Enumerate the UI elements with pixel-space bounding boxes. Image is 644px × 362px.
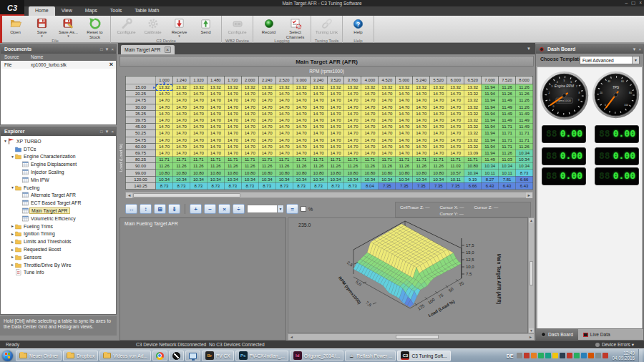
afr-cell[interactable]: 14.70 (361, 143, 379, 150)
tree-item-xp-turbo[interactable]: ▼XP TURBO (1, 137, 116, 145)
afr-cell[interactable]: 14.70 (396, 130, 413, 137)
afr-cell[interactable]: 14.70 (327, 97, 344, 104)
load-row-header[interactable]: 60.00 (126, 143, 156, 150)
show-desktop-button[interactable] (638, 349, 643, 362)
afr-cell[interactable]: 14.70 (344, 130, 361, 137)
afr-cell[interactable]: 11.71 (241, 157, 258, 163)
afr-cell[interactable]: 14.70 (293, 130, 310, 137)
afr-cell[interactable]: 14.70 (327, 124, 344, 130)
afr-cell[interactable]: 14.70 (396, 97, 413, 104)
afr-cell[interactable]: 14.70 (327, 137, 344, 143)
save-as--button[interactable]: Save As...▾ (55, 16, 82, 37)
afr-cell[interactable]: 11.71 (310, 157, 327, 163)
afr-cell[interactable]: 10.80 (293, 170, 310, 176)
afr-cell[interactable]: 13.32 (327, 84, 344, 91)
document-row[interactable]: File xp1000_turbo.stk × (1, 61, 116, 69)
afr-cell[interactable]: 14.70 (379, 104, 396, 110)
afr-cell[interactable]: 11.26 (172, 163, 190, 170)
rpm-column-header[interactable]: 1.720 (224, 77, 241, 84)
afr-cell[interactable]: 14.70 (396, 110, 413, 117)
subtract-button[interactable]: − (204, 204, 216, 214)
afr-cell[interactable]: 14.70 (241, 110, 258, 117)
afr-cell[interactable]: 14.70 (258, 143, 275, 150)
tray-icon[interactable] (524, 353, 530, 358)
afr-cell[interactable]: 14.70 (413, 97, 430, 104)
afr-cell[interactable]: 14.70 (310, 91, 327, 97)
template-select[interactable]: Fuel Advanced ▼ (580, 56, 640, 64)
afr-cell[interactable]: 10.34 (293, 176, 310, 182)
pin-icon[interactable]: ▼ (105, 129, 109, 134)
afr-cell[interactable]: 14.70 (430, 97, 447, 104)
afr-cell[interactable]: 14.70 (413, 117, 430, 123)
afr-cell[interactable]: 11.71 (293, 157, 310, 163)
load-row-header[interactable]: 24.75 (126, 97, 156, 104)
afr-cell[interactable]: 11.03 (499, 157, 516, 163)
scroll-right-icon[interactable]: ► (529, 335, 532, 339)
afr-cell[interactable]: 14.70 (447, 143, 464, 150)
tray-icon[interactable] (552, 353, 558, 358)
afr-cell[interactable]: 14.70 (241, 150, 258, 156)
load-row-header[interactable]: 140.25 (126, 182, 156, 189)
tree-item-min-ipw[interactable]: Min IPW (1, 176, 116, 184)
afr-cell[interactable]: 11.26 (275, 163, 293, 170)
afr-cell[interactable]: 14.70 (258, 137, 275, 143)
expander-open-icon[interactable]: ▼ (10, 185, 15, 190)
afr-cell[interactable]: 14.70 (310, 150, 327, 156)
ribbon-tab-table-math[interactable]: Table Math (128, 6, 165, 16)
scroll-left-icon[interactable]: ◄ (290, 335, 293, 339)
afr-cell[interactable]: 11.71 (190, 157, 207, 163)
reset-to-stock-button[interactable]: Reset to Stock (82, 16, 108, 37)
surface-plot-panel[interactable]: 235.0 17,515,012,510,07,5Main Target AFR… (288, 217, 528, 333)
tray-icon[interactable] (581, 353, 587, 358)
send-button[interactable]: Send (192, 16, 219, 37)
rpm-column-header[interactable]: 1.000▼ (156, 77, 173, 84)
afr-cell[interactable]: 11.71 (258, 157, 275, 163)
rpm-column-header[interactable]: 3.240 (310, 77, 327, 84)
tree-item-ect-based-target-afr[interactable]: ECT Based Target AFR (1, 199, 116, 207)
load-row-header[interactable]: 90.00 (126, 163, 156, 170)
tray-icon[interactable] (517, 353, 522, 358)
afr-cell[interactable]: 14.70 (156, 124, 173, 130)
plot-vertical-scrollbar[interactable]: ▲ ▼ (528, 217, 535, 333)
afr-cell[interactable]: 11.26 (327, 163, 344, 170)
afr-cell[interactable]: 14.70 (447, 130, 464, 137)
tree-item-engine-displacement[interactable]: Engine Displacement (1, 160, 116, 168)
afr-cell[interactable]: 10.34 (413, 176, 430, 182)
afr-cell[interactable]: 11.49 (499, 110, 516, 117)
afr-cell[interactable]: 14.70 (361, 130, 379, 137)
afr-cell[interactable]: 13.32 (207, 84, 224, 91)
afr-cell[interactable]: 10.34 (327, 176, 344, 182)
interpolate-horizontal-button[interactable]: ↔ (125, 204, 137, 214)
afr-cell[interactable]: 14.70 (241, 104, 258, 110)
record-button[interactable]: Record (255, 16, 282, 37)
help-button[interactable]: ?Help (345, 16, 371, 37)
afr-cell[interactable]: 14.70 (275, 97, 293, 104)
afr-cell[interactable]: 14.70 (156, 137, 173, 143)
scroll-thumb[interactable] (396, 335, 439, 339)
afr-cell[interactable]: 14.70 (241, 130, 258, 137)
afr-cell[interactable]: 10.80 (172, 170, 190, 176)
tray-icon[interactable] (602, 353, 608, 358)
rpm-column-header[interactable]: 7.520 (499, 77, 516, 84)
afr-cell[interactable]: 14.70 (224, 124, 241, 130)
afr-cell[interactable]: 11.71 (499, 143, 516, 150)
plot-horizontal-scrollbar[interactable]: ◄ ► (288, 333, 535, 341)
afr-cell[interactable]: 11.49 (499, 104, 516, 110)
scroll-up-icon[interactable]: ▲ (529, 218, 534, 222)
afr-cell[interactable]: 14.70 (361, 124, 379, 130)
afr-cell[interactable]: 14.70 (275, 117, 293, 123)
taskbar-item-network[interactable] (185, 351, 200, 361)
afr-cell[interactable]: 11.71 (413, 157, 430, 163)
afr-cell[interactable]: 14.70 (190, 137, 207, 143)
tray-icon[interactable] (595, 353, 601, 358)
afr-cell[interactable]: 14.70 (447, 104, 464, 110)
afr-cell[interactable]: 11.26 (379, 163, 396, 170)
window-pop-icon[interactable]: □ (100, 47, 103, 52)
divide-button[interactable]: ÷ (233, 204, 245, 214)
afr-cell[interactable]: 14.70 (224, 130, 241, 137)
percent-checkbox[interactable] (301, 206, 306, 212)
afr-cell[interactable]: 10.34 (275, 176, 293, 182)
rpm-column-header[interactable]: 1.240 (172, 77, 190, 84)
afr-cell[interactable]: 14.70 (396, 124, 413, 130)
afr-cell[interactable]: 14.70 (379, 117, 396, 123)
